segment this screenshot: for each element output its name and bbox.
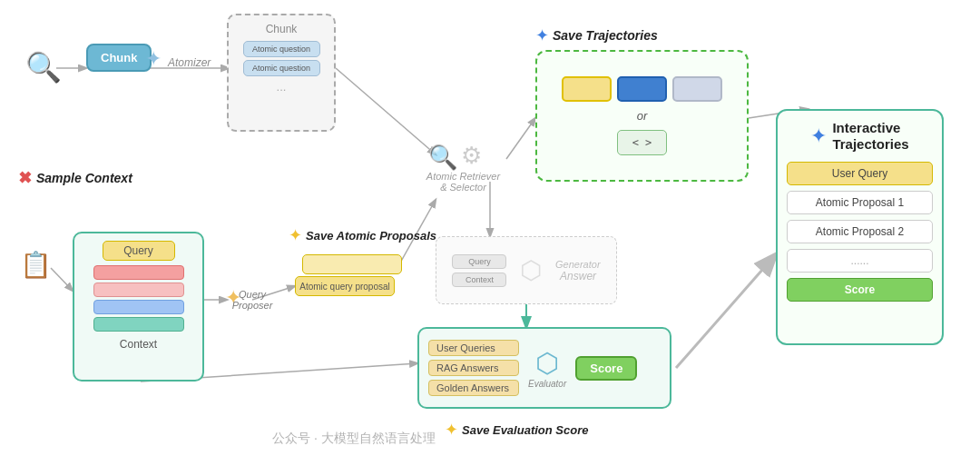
or-text: or xyxy=(637,109,648,123)
chunk-dashed-label: Chunk xyxy=(266,23,298,35)
gen-card-context: Context xyxy=(452,273,506,287)
atomic-retriever-text: Atomic Retriever & Selector xyxy=(426,171,500,193)
doc-icon-top: 🔍 xyxy=(25,50,62,84)
atomic-retriever-label: Atomic Retriever & Selector xyxy=(425,171,502,193)
it-user-query-text: User Query xyxy=(832,167,887,180)
svg-line-8 xyxy=(506,118,535,159)
save-atomic-proposals-label: ✦ Save Atomic Proposals xyxy=(289,225,436,245)
ctx-card-teal xyxy=(93,317,184,332)
eval-inputs: User Queries RAG Answers Golden Answers xyxy=(428,340,519,396)
score-label-text: Score xyxy=(590,362,622,375)
chunk-label: Chunk xyxy=(101,51,137,64)
interactive-trajectories-box: ✦ Interactive Trajectories User Query At… xyxy=(776,109,944,345)
it-atomic-1-text: Atomic Proposal 1 xyxy=(816,196,904,209)
puzzle-icon-eval: ✦ xyxy=(445,420,458,440)
evaluator-icon: ⬡ xyxy=(535,347,559,379)
chunk-dashed-box: Chunk Atomic question Atomic question ..… xyxy=(227,14,336,132)
rag-answers-label: RAG Answers xyxy=(428,360,519,376)
it-row-atomic-2: Atomic Proposal 2 xyxy=(787,220,933,243)
ctx-card-pink xyxy=(93,283,184,297)
x-icon-sample: ✖ xyxy=(18,168,32,188)
query-context-box: Query Context xyxy=(73,232,204,382)
evaluator-box: User Queries RAG Answers Golden Answers … xyxy=(417,327,671,409)
query-proposer-label: Query Proposer xyxy=(220,289,284,311)
chunk-dots: ... xyxy=(277,80,287,94)
gen-card-query: Query xyxy=(452,254,506,269)
traj-box-blue xyxy=(617,76,667,102)
it-row-score: Score xyxy=(787,278,933,302)
svg-line-2 xyxy=(336,68,436,154)
save-trajectories-label: ✦ Save Trajectories xyxy=(535,25,658,45)
ctx-card-blue xyxy=(93,300,184,314)
diagram-container: 🔍 Chunk Atomizer ✦ Chunk Atomic question… xyxy=(0,0,980,456)
golden-answers-label: Golden Answers xyxy=(428,380,519,396)
traj-box-gray xyxy=(672,76,722,102)
generator-label-text: Generator xyxy=(555,259,601,270)
puzzle-icon-yellow: ✦ xyxy=(289,225,302,245)
puzzle-icon-interactive: ✦ xyxy=(810,124,827,148)
traj-box-yellow xyxy=(562,76,612,102)
context-text: Context xyxy=(120,338,157,351)
watermark: 公众号 · 大模型自然语言处理 xyxy=(272,431,436,447)
svg-line-11 xyxy=(676,254,776,368)
evaluator-label: Evaluator xyxy=(528,379,566,389)
query-proposer-text: Query Proposer xyxy=(232,289,273,311)
it-row-user-query: User Query xyxy=(787,162,933,185)
context-cards xyxy=(93,265,184,332)
query-label-text: Query xyxy=(123,244,153,257)
generator-icon: ⬡ xyxy=(520,255,542,285)
or-text-content: or xyxy=(637,109,648,123)
atomic-proposal-card-back xyxy=(302,254,402,274)
sample-context-label: ✖ Sample Context xyxy=(18,168,132,188)
it-title: Interactive Trajectories xyxy=(832,120,908,153)
code-box: < > xyxy=(617,130,667,155)
puzzle-icon-blue: ✦ xyxy=(535,25,549,45)
query-label-box: Query xyxy=(103,241,175,261)
atomizer-label: Atomizer xyxy=(168,56,211,69)
score-box: Score xyxy=(575,356,637,381)
it-score-text: Score xyxy=(845,283,875,296)
it-title-line1: Interactive xyxy=(832,120,900,135)
gear-icon: ⚙ xyxy=(461,142,482,170)
rag-answers-text: RAG Answers xyxy=(436,362,498,373)
atomic-stacked: Atomic question Atomic question xyxy=(243,41,320,76)
user-queries-label: User Queries xyxy=(428,340,519,356)
atomizer-label-text: Atomizer xyxy=(168,56,211,69)
it-atomic-2-text: Atomic Proposal 2 xyxy=(816,225,904,238)
atomic-card-1: Atomic question xyxy=(243,41,320,57)
answer-label: Answer xyxy=(560,270,596,283)
it-row-atomic-1: Atomic Proposal 1 xyxy=(787,191,933,214)
chunk-box-top: Chunk xyxy=(86,44,152,72)
save-evaluation-score-label: ✦ Save Evaluation Score xyxy=(445,420,588,440)
doc-icon-bottom: 📋 xyxy=(20,250,52,280)
gen-inner: Query Context xyxy=(452,254,506,287)
watermark-text: 公众号 · 大模型自然语言处理 xyxy=(272,431,436,445)
sample-context-text: Sample Context xyxy=(36,171,132,185)
golden-answers-text: Golden Answers xyxy=(436,382,509,393)
save-atomic-text: Save Atomic Proposals xyxy=(306,229,436,243)
code-symbol-text: < > xyxy=(632,136,652,149)
it-title-line2: Trajectories xyxy=(832,136,908,152)
save-traj-text: Save Trajectories xyxy=(553,28,658,43)
it-row-dots: ...... xyxy=(787,249,933,273)
ctx-card-red xyxy=(93,265,184,280)
atomic-proposal-label-text: Atomic query proposal xyxy=(299,282,390,292)
generator-label: Generator xyxy=(555,259,601,270)
atomic-card-2: Atomic question xyxy=(243,60,320,76)
atomic-proposals-stack: Atomic query proposal xyxy=(295,254,402,296)
atomizer-molecule-icon: ✦ xyxy=(145,47,162,71)
evaluator-label-text: Evaluator xyxy=(528,379,566,389)
generator-dashed-box: Query Context ⬡ Generator Answer xyxy=(436,236,617,304)
it-header: ✦ Interactive Trajectories xyxy=(810,120,908,153)
svg-line-3 xyxy=(51,268,73,291)
search-icon: 🔍 xyxy=(428,144,457,172)
it-dots-text: ...... xyxy=(850,254,868,267)
save-trajectories-box: or < > xyxy=(535,50,749,182)
atomic-proposal-card-front: Atomic query proposal xyxy=(295,276,395,296)
user-queries-text: User Queries xyxy=(436,342,495,353)
answer-label-text: Answer xyxy=(560,270,596,283)
save-eval-text: Save Evaluation Score xyxy=(462,423,588,437)
traj-row-top xyxy=(562,76,722,102)
context-label-text: Context xyxy=(120,338,157,351)
traj-row-bottom: < > xyxy=(617,130,667,155)
